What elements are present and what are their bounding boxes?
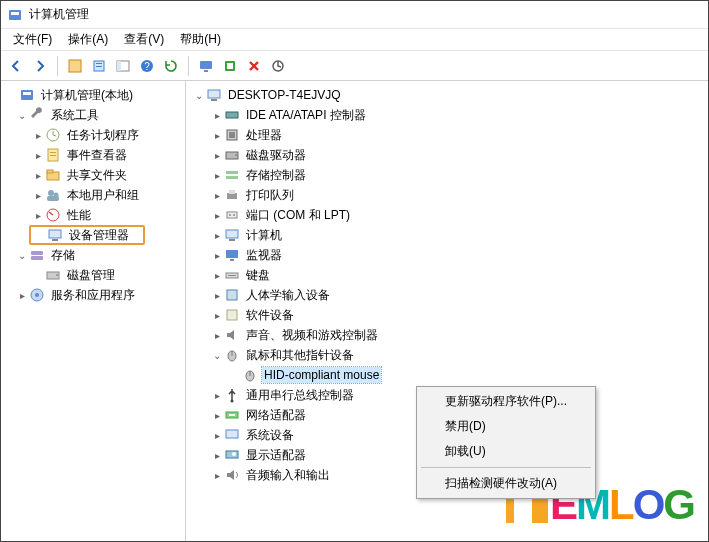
update-icon[interactable] <box>267 55 289 77</box>
left-tree-pane[interactable]: ▸ 计算机管理(本地) ⌄ 系统工具 ▸ 任务计划程序 ▸ 事件查看器 <box>1 81 186 541</box>
menu-help[interactable]: 帮助(H) <box>172 29 229 50</box>
menu-action[interactable]: 操作(A) <box>60 29 116 50</box>
disk-mgmt-node[interactable]: ▸ 磁盘管理 <box>1 265 185 285</box>
right-root-node[interactable]: ⌄ DESKTOP-T4EJVJQ <box>186 85 708 105</box>
mouse-category-node[interactable]: ⌄ 鼠标和其他指针设备 <box>186 345 708 365</box>
back-arrow-icon[interactable] <box>5 55 27 77</box>
context-menu-item[interactable]: 扫描检测硬件改动(A) <box>419 471 593 496</box>
shared-folders-node[interactable]: ▸ 共享文件夹 <box>1 165 185 185</box>
expander-icon[interactable]: ▸ <box>210 408 224 422</box>
expander-icon[interactable]: ▸ <box>31 168 45 182</box>
expander-icon[interactable]: ▸ <box>210 308 224 322</box>
event-viewer-node[interactable]: ▸ 事件查看器 <box>1 145 185 165</box>
svg-rect-28 <box>52 239 58 241</box>
node-label: 性能 <box>65 206 93 225</box>
context-menu-item[interactable]: 更新驱动程序软件(P)... <box>419 389 593 414</box>
expander-icon[interactable]: ▸ <box>31 128 45 142</box>
svg-rect-39 <box>229 132 235 138</box>
users-icon <box>45 187 61 203</box>
expander-icon[interactable]: ⌄ <box>15 248 29 262</box>
refresh-icon[interactable] <box>160 55 182 77</box>
left-root-node[interactable]: ▸ 计算机管理(本地) <box>1 85 185 105</box>
hid-mouse-node[interactable]: ▸ HID-compliant mouse <box>186 365 708 385</box>
clock-icon <box>45 127 61 143</box>
keyboard-icon <box>224 267 240 283</box>
context-menu-item[interactable]: 禁用(D) <box>419 414 593 439</box>
toolbar-separator <box>57 56 58 76</box>
port-icon <box>224 207 240 223</box>
expander-icon[interactable]: ▸ <box>210 188 224 202</box>
svg-rect-52 <box>230 259 234 261</box>
expander-icon[interactable]: ▸ <box>210 228 224 242</box>
expander-icon[interactable]: ⌄ <box>15 108 29 122</box>
disk-icon <box>45 267 61 283</box>
node-label: 任务计划程序 <box>65 126 141 145</box>
node-label: 网络适配器 <box>244 406 308 425</box>
expander-icon[interactable]: ⌄ <box>192 88 206 102</box>
console-tree-icon[interactable] <box>112 55 134 77</box>
window: 计算机管理 文件(F) 操作(A) 查看(V) 帮助(H) ? ▸ 计算机管理( <box>0 0 709 542</box>
monitor-icon[interactable] <box>195 55 217 77</box>
expander-icon[interactable]: ▸ <box>210 428 224 442</box>
expander-icon[interactable]: ▸ <box>210 388 224 402</box>
storage-icon <box>29 247 45 263</box>
menu-view[interactable]: 查看(V) <box>116 29 172 50</box>
node-label: 计算机 <box>244 226 284 245</box>
expander-icon[interactable]: ▸ <box>31 188 45 202</box>
context-menu[interactable]: 更新驱动程序软件(P)...禁用(D)卸载(U)扫描检测硬件改动(A) <box>416 386 596 499</box>
svg-rect-56 <box>227 310 237 320</box>
svg-rect-65 <box>226 451 238 458</box>
device-category-node[interactable]: ▸键盘 <box>186 265 708 285</box>
device-category-node[interactable]: ▸人体学输入设备 <box>186 285 708 305</box>
delete-icon[interactable] <box>243 55 265 77</box>
expander-icon[interactable]: ▸ <box>210 288 224 302</box>
device-category-node[interactable]: ▸处理器 <box>186 125 708 145</box>
expander-icon[interactable]: ▸ <box>210 468 224 482</box>
expander-icon[interactable]: ▸ <box>210 268 224 282</box>
node-label: 事件查看器 <box>65 146 129 165</box>
expander-icon[interactable]: ⌄ <box>210 348 224 362</box>
node-label: 设备管理器 <box>67 226 131 245</box>
expander-icon[interactable]: ▸ <box>31 208 45 222</box>
forward-arrow-icon[interactable] <box>29 55 51 77</box>
performance-node[interactable]: ▸ 性能 <box>1 205 185 225</box>
device-category-node[interactable]: ▸监视器 <box>186 245 708 265</box>
svg-rect-37 <box>226 112 238 118</box>
event-icon <box>45 147 61 163</box>
expander-icon[interactable]: ▸ <box>15 288 29 302</box>
expander-icon[interactable]: ▸ <box>210 328 224 342</box>
softdev-icon <box>224 307 240 323</box>
device-category-node[interactable]: ▸磁盘驱动器 <box>186 145 708 165</box>
device-category-node[interactable]: ▸声音、视频和游戏控制器 <box>186 325 708 345</box>
expander-icon[interactable]: ▸ <box>210 108 224 122</box>
local-users-node[interactable]: ▸ 本地用户和组 <box>1 185 185 205</box>
device-category-node[interactable]: ▸打印队列 <box>186 185 708 205</box>
expander-icon[interactable]: ▸ <box>31 148 45 162</box>
expander-icon[interactable]: ▸ <box>210 448 224 462</box>
drive-icon <box>224 147 240 163</box>
menu-file[interactable]: 文件(F) <box>5 29 60 50</box>
expander-icon[interactable]: ▸ <box>210 148 224 162</box>
device-category-node[interactable]: ▸软件设备 <box>186 305 708 325</box>
properties-icon[interactable] <box>88 55 110 77</box>
device-category-node[interactable]: ▸端口 (COM 和 LPT) <box>186 205 708 225</box>
expander-icon[interactable]: ▸ <box>210 168 224 182</box>
device-category-node[interactable]: ▸计算机 <box>186 225 708 245</box>
task-scheduler-node[interactable]: ▸ 任务计划程序 <box>1 125 185 145</box>
expander-icon[interactable]: ▸ <box>210 248 224 262</box>
system-tools-node[interactable]: ⌄ 系统工具 <box>1 105 185 125</box>
expander-icon[interactable]: ▸ <box>210 128 224 142</box>
device-manager-node[interactable]: ▸ 设备管理器 <box>29 225 145 245</box>
help-icon[interactable]: ? <box>136 55 158 77</box>
services-node[interactable]: ▸ 服务和应用程序 <box>1 285 185 305</box>
cpu-icon <box>224 127 240 143</box>
device-manager-icon[interactable] <box>219 55 241 77</box>
device-category-node[interactable]: ▸存储控制器 <box>186 165 708 185</box>
context-menu-item[interactable]: 卸载(U) <box>419 439 593 464</box>
device-category-node[interactable]: ▸IDE ATA/ATAPI 控制器 <box>186 105 708 125</box>
show-hide-tree-icon[interactable] <box>64 55 86 77</box>
storage-node[interactable]: ⌄ 存储 <box>1 245 185 265</box>
svg-rect-36 <box>211 99 217 101</box>
watermark-letter: O <box>633 481 664 529</box>
expander-icon[interactable]: ▸ <box>210 208 224 222</box>
